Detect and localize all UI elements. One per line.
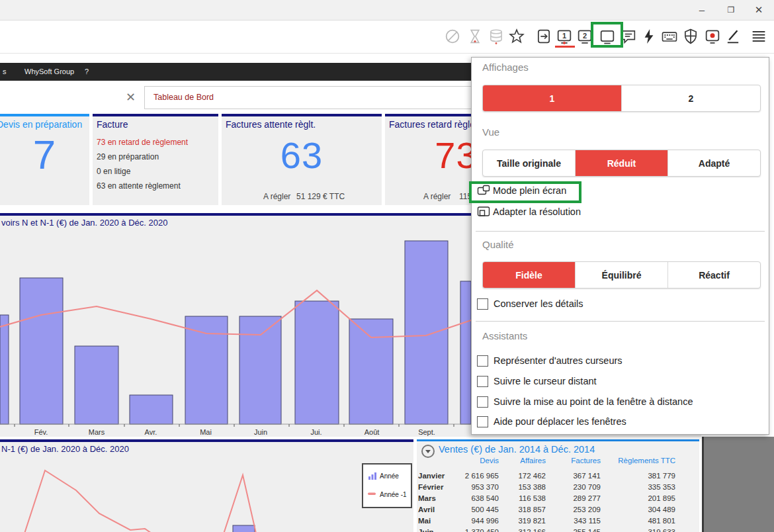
tab-close-icon[interactable]: ✕ xyxy=(126,90,136,105)
ventes-row-label: Mai xyxy=(418,517,431,525)
chart-legend: Année Année -1 xyxy=(362,463,412,508)
ventes-cell: 172 462 xyxy=(486,472,546,480)
close-button[interactable]: ✕ xyxy=(748,0,770,20)
display-1-active-underline xyxy=(555,46,575,48)
window-move-help-label: Aide pour déplacer les fenêtres xyxy=(494,416,626,427)
title-bar: – ❐ ✕ xyxy=(0,0,774,21)
x-axis-label: Août xyxy=(365,428,380,436)
x-axis-label: Juin xyxy=(254,428,267,436)
ventes-cell: 201 895 xyxy=(616,494,675,502)
ventes-cell: 253 209 xyxy=(541,506,601,513)
affichages-option-1[interactable]: 1 xyxy=(483,85,622,111)
qualite-option-reactif[interactable]: Réactif xyxy=(668,262,760,288)
qualite-segmented: Fidèle Équilibré Réactif xyxy=(482,261,761,288)
follow-window-focus-label: Suivre la mise au point de la fenêtre à … xyxy=(494,396,693,407)
legend-bars-icon xyxy=(368,471,377,480)
database-icon[interactable] xyxy=(487,27,505,46)
section-assistants: Assistants xyxy=(482,330,527,341)
annotation-box-monitor-icon xyxy=(591,22,623,48)
follow-remote-cursor-checkbox[interactable] xyxy=(477,376,488,387)
star-icon[interactable] xyxy=(507,27,526,46)
pen-icon[interactable] xyxy=(724,27,742,46)
keyboard-icon[interactable] xyxy=(660,27,679,46)
ventes-cell: 319 633 xyxy=(616,528,675,532)
legend-line-icon xyxy=(367,491,378,496)
conserver-details-checkbox[interactable] xyxy=(477,298,488,310)
ventes-card: Ventes (€) de Jan. 2014 à Déc. 2014 Devi… xyxy=(417,439,699,532)
conserver-details-label: Conserver les détails xyxy=(494,298,583,309)
tab-label: Tableau de Bord xyxy=(153,93,214,102)
ventes-title: Ventes (€) de Jan. 2014 à Déc. 2014 xyxy=(439,444,595,455)
ventes-cell: 481 801 xyxy=(616,517,675,525)
vue-option-adapte[interactable]: Adapté xyxy=(668,150,760,176)
session-transfer-icon[interactable] xyxy=(535,27,553,46)
kpi-card-attente-reglement[interactable]: Factures attente règlt. 63 A régler 51 1… xyxy=(222,114,382,205)
vue-option-taille-originale[interactable]: Taille originale xyxy=(483,150,576,176)
remote-desktop-window: – ❐ ✕ 1 2 s WhySoft Group ? xyxy=(0,0,774,532)
x-axis-label: Avr. xyxy=(145,428,157,436)
resolution-icon xyxy=(477,206,490,218)
desktop-background xyxy=(704,437,774,532)
adapt-resolution-item[interactable]: Adapter la résolution xyxy=(493,206,581,217)
display-1-notification-dot xyxy=(563,42,566,44)
kpi-card-devis[interactable]: Devis en préparation 7 xyxy=(0,114,89,205)
svg-text:1: 1 xyxy=(562,32,566,40)
ventes-cell: 381 779 xyxy=(616,472,675,480)
kpi-line-litige: 0 en litige xyxy=(97,167,130,176)
ventes-col-header[interactable]: Règlements TTC xyxy=(616,457,675,465)
ventes-cell: 318 857 xyxy=(486,506,546,513)
chart-bottom-left-card: N-1 (€) de Jan. 2020 à Déc. 2020 Année A… xyxy=(0,439,413,532)
ventes-cell: 116 538 xyxy=(486,494,546,502)
x-axis-label: Sept. xyxy=(418,428,435,436)
affichages-segmented: 1 2 xyxy=(482,85,761,112)
kpi-line-retard: 73 en retard de règlement xyxy=(97,138,188,147)
menu-whysoft-group[interactable]: WhySoft Group xyxy=(24,63,74,81)
hourglass-icon[interactable] xyxy=(466,27,484,46)
represent-cursors-checkbox[interactable] xyxy=(477,355,488,367)
vue-segmented: Taille originale Réduit Adapté xyxy=(482,150,761,177)
kpi-value: 63 xyxy=(222,134,382,177)
section-qualite: Qualité xyxy=(482,239,514,250)
kpi-card-facture[interactable]: Facture 73 en retard de règlement 29 en … xyxy=(93,114,218,205)
affichages-option-2[interactable]: 2 xyxy=(622,85,760,111)
qualite-option-equilibre[interactable]: Équilibré xyxy=(576,262,668,288)
ventes-cell: 312 166 xyxy=(486,528,546,532)
shield-icon[interactable] xyxy=(681,27,700,46)
display-settings-panel: Affichages 1 2 Vue Taille originale Rédu… xyxy=(471,57,769,435)
follow-window-focus-checkbox[interactable] xyxy=(477,396,488,408)
lightning-icon[interactable] xyxy=(640,27,658,46)
window-move-help-checkbox[interactable] xyxy=(477,416,488,427)
divider xyxy=(476,231,765,232)
kpi-title: Factures attente règlt. xyxy=(226,119,316,130)
menu-help[interactable]: ? xyxy=(85,63,89,81)
svg-text:2: 2 xyxy=(583,32,587,40)
legend-annee-moins-1: Année -1 xyxy=(380,491,407,498)
kpi-title: Devis en préparation xyxy=(0,119,103,130)
ventes-cell: 153 388 xyxy=(486,483,546,491)
ventes-cell: 255 145 xyxy=(541,528,601,532)
minimize-button[interactable]: – xyxy=(691,0,713,20)
menubar-fragment[interactable]: s xyxy=(3,63,7,81)
kpi-title: Facture xyxy=(97,119,128,130)
kpi-footer-value: 51 129 € TTC xyxy=(296,192,345,201)
legend-annee: Année xyxy=(380,472,399,480)
visibility-off-icon[interactable] xyxy=(443,27,462,46)
kpi-line-attente: 63 en attente règlement xyxy=(97,181,181,191)
represent-cursors-label: Représenter d'autres curseurs xyxy=(494,355,623,366)
ventes-cell: 289 277 xyxy=(541,494,601,502)
record-icon[interactable] xyxy=(703,27,722,46)
menu-icon[interactable] xyxy=(750,27,768,46)
kpi-footer-label: A régler xyxy=(263,192,290,201)
ventes-cell: 335 353 xyxy=(616,483,675,491)
ventes-cell: 319 821 xyxy=(486,517,546,525)
collapse-arrow-icon[interactable] xyxy=(421,444,435,459)
restore-button[interactable]: ❐ xyxy=(720,0,742,20)
x-axis-label: Mars xyxy=(89,428,105,436)
vue-option-reduit[interactable]: Réduit xyxy=(576,150,668,176)
section-affichages: Affichages xyxy=(482,62,529,73)
qualite-option-fidele[interactable]: Fidèle xyxy=(483,262,576,288)
ventes-col-header[interactable]: Factures xyxy=(541,457,601,465)
ventes-col-header[interactable]: Affaires xyxy=(486,457,546,465)
x-axis-label: Jui. xyxy=(310,428,322,436)
line-chart xyxy=(0,442,413,532)
